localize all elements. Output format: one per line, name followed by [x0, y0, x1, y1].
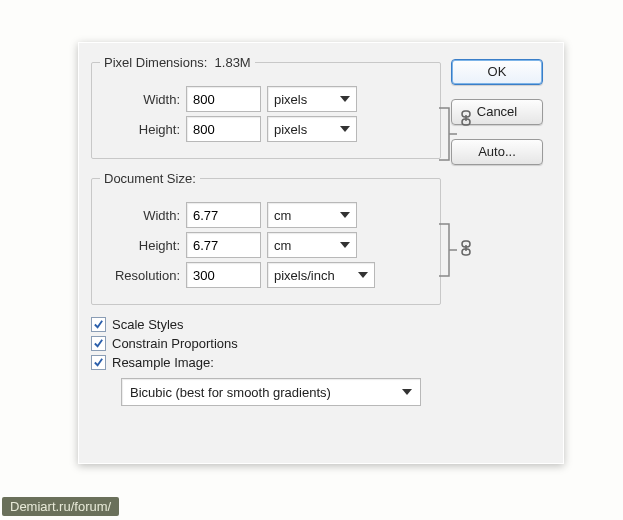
- resample-method-value: Bicubic (best for smooth gradients): [130, 385, 331, 400]
- pixel-dimensions-group: Pixel Dimensions: 1.83M Width: pixels He…: [91, 55, 441, 159]
- doc-width-label: Width:: [100, 208, 180, 223]
- scale-styles-checkbox[interactable]: [91, 317, 106, 332]
- resample-image-label: Resample Image:: [112, 355, 214, 370]
- pixel-dimensions-legend: Pixel Dimensions: 1.83M: [100, 55, 255, 70]
- doc-width-unit-value: cm: [274, 208, 291, 223]
- chevron-down-icon: [340, 126, 350, 132]
- pixel-height-input[interactable]: [186, 116, 261, 142]
- pixel-height-unit-select[interactable]: pixels: [267, 116, 357, 142]
- checkmark-icon: [93, 319, 104, 330]
- chain-link-icon: [460, 110, 472, 129]
- resample-method-select[interactable]: Bicubic (best for smooth gradients): [121, 378, 421, 406]
- doc-height-label: Height:: [100, 238, 180, 253]
- doc-height-unit-select[interactable]: cm: [267, 232, 357, 258]
- resample-image-checkbox[interactable]: [91, 355, 106, 370]
- pixel-height-unit-value: pixels: [274, 122, 307, 137]
- chevron-down-icon: [340, 212, 350, 218]
- checkmark-icon: [93, 338, 104, 349]
- chevron-down-icon: [358, 272, 368, 278]
- pixel-width-label: Width:: [100, 92, 180, 107]
- pixel-width-unit-select[interactable]: pixels: [267, 86, 357, 112]
- ok-button[interactable]: OK: [451, 59, 543, 85]
- pixel-height-label: Height:: [100, 122, 180, 137]
- chain-link-icon: [460, 240, 472, 259]
- link-bracket-icon: [434, 220, 460, 280]
- image-size-dialog: Pixel Dimensions: 1.83M Width: pixels He…: [78, 42, 564, 464]
- chevron-down-icon: [402, 389, 412, 395]
- link-bracket-icon: [434, 104, 460, 164]
- auto-button[interactable]: Auto...: [451, 139, 543, 165]
- doc-height-input[interactable]: [186, 232, 261, 258]
- pixel-width-input[interactable]: [186, 86, 261, 112]
- constrain-proportions-checkbox[interactable]: [91, 336, 106, 351]
- resolution-input[interactable]: [186, 262, 261, 288]
- scale-styles-label: Scale Styles: [112, 317, 184, 332]
- resolution-unit-value: pixels/inch: [274, 268, 335, 283]
- chevron-down-icon: [340, 96, 350, 102]
- main-column: Pixel Dimensions: 1.83M Width: pixels He…: [91, 55, 441, 406]
- doc-height-unit-value: cm: [274, 238, 291, 253]
- document-size-legend: Document Size:: [100, 171, 200, 186]
- resolution-label: Resolution:: [100, 268, 180, 283]
- pixel-width-unit-value: pixels: [274, 92, 307, 107]
- watermark-label: Demiart.ru/forum/: [2, 497, 119, 516]
- document-size-group: Document Size: Width: cm Height: cm: [91, 171, 441, 305]
- checkmark-icon: [93, 357, 104, 368]
- doc-width-unit-select[interactable]: cm: [267, 202, 357, 228]
- constrain-proportions-label: Constrain Proportions: [112, 336, 238, 351]
- doc-width-input[interactable]: [186, 202, 261, 228]
- resolution-unit-select[interactable]: pixels/inch: [267, 262, 375, 288]
- chevron-down-icon: [340, 242, 350, 248]
